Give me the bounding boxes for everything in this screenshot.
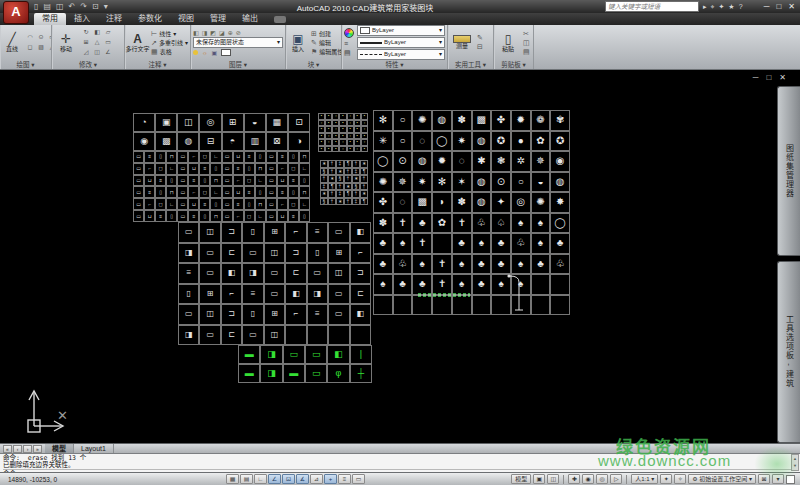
doc-minimize-button[interactable]: ─ bbox=[753, 73, 759, 82]
ribbon-options-icon[interactable] bbox=[274, 16, 286, 23]
layout-nav-3[interactable]: » bbox=[33, 445, 42, 453]
layer-on-icon[interactable]: ⊕ bbox=[228, 29, 233, 36]
save-icon[interactable]: ◫ bbox=[56, 1, 64, 12]
ribbon-tab-3[interactable]: 参数化 bbox=[130, 13, 170, 25]
ribbon-tab-4[interactable]: 视图 bbox=[170, 13, 202, 25]
workspace-switch-button[interactable]: ⚙ 初始设置工作空间 ▾ bbox=[688, 474, 756, 484]
lineweight-dropdown[interactable]: ByLayer ▾ bbox=[357, 37, 445, 48]
edit-block-button[interactable]: ✎ 编辑 bbox=[311, 39, 341, 47]
hatch-icon[interactable]: ▨ bbox=[36, 43, 46, 52]
open-file-icon[interactable]: ▤ bbox=[43, 1, 51, 12]
rectangle-icon[interactable]: ▭ bbox=[47, 33, 51, 42]
quick-select-icon[interactable]: ✎ bbox=[477, 34, 483, 42]
quick-view-layouts-icon[interactable]: ▣ bbox=[533, 474, 545, 484]
search-go-icon[interactable]: ▸ bbox=[703, 1, 707, 12]
layer-freeze-icon[interactable]: ◩ bbox=[210, 29, 216, 36]
qp-toggle-button[interactable]: ▭ bbox=[352, 474, 365, 484]
drawing-canvas[interactable]: ─□✕ ✕ ◔▣◫◎⊞◒▦⊡◉▩◍⊟◓▥⊠◑▭≡▯⊓▭⌐◻∟▭⊔≡▯▭≡▯⊓▭⌐… bbox=[0, 70, 800, 443]
draw-tools-grid[interactable]: ◠ ⊙ ▭ ◻ ▨ △ bbox=[25, 33, 51, 52]
explode-icon[interactable]: ◫ bbox=[92, 48, 102, 57]
snap-toggle-button[interactable]: ▦ bbox=[226, 474, 239, 484]
help-icon[interactable]: ? bbox=[739, 1, 743, 12]
new-file-icon[interactable]: ▯ bbox=[34, 1, 38, 12]
tab-model[interactable]: 模型 bbox=[45, 444, 74, 453]
measure-button[interactable]: 测量 bbox=[450, 35, 474, 50]
layout-nav-buttons[interactable]: «‹›» bbox=[0, 445, 45, 453]
trim-icon[interactable]: ◧ bbox=[92, 28, 102, 37]
restore-button[interactable]: □ bbox=[776, 1, 781, 12]
panel-utilities-label[interactable]: 实用工具 ▾ bbox=[448, 60, 493, 69]
match-properties-icon[interactable]: ▤ bbox=[523, 48, 530, 56]
multileader-button[interactable]: ↗ 多重引线 ▾ bbox=[151, 39, 188, 47]
copy-icon[interactable]: ▱ bbox=[103, 28, 113, 37]
grid-toggle-button[interactable]: ▤ bbox=[240, 474, 253, 484]
command-scrollbar[interactable]: ▲▼ bbox=[791, 454, 799, 471]
panel-layers-label[interactable]: 图层 ▾ bbox=[191, 60, 285, 69]
model-space-button[interactable]: 模型 bbox=[511, 474, 531, 484]
layout-nav-1[interactable]: ‹ bbox=[13, 445, 22, 453]
communication-center-icon[interactable]: ✦ bbox=[718, 1, 724, 12]
command-line[interactable]: 命令: _erase 找到 13 个 已删除填充边界关联性。 命令: bbox=[0, 453, 800, 472]
application-menu-button[interactable]: A bbox=[3, 1, 29, 24]
search-icon[interactable]: ⌖ bbox=[711, 1, 715, 12]
layer-properties-icon[interactable]: ◧ bbox=[193, 29, 199, 36]
redo-icon[interactable]: ↷ bbox=[80, 1, 87, 12]
close-button[interactable]: ✕ bbox=[788, 1, 795, 12]
cut-icon[interactable]: ✂ bbox=[523, 30, 530, 38]
qat-menu-icon[interactable]: ▾ bbox=[104, 1, 108, 12]
stretch-icon[interactable]: ▭ bbox=[103, 38, 113, 47]
minimize-button[interactable]: ─ bbox=[764, 1, 770, 12]
tab-layout1[interactable]: Layout1 bbox=[74, 444, 114, 453]
layer-lock-icon[interactable]: ⊘ bbox=[236, 29, 241, 36]
panel-block-label[interactable]: 块 ▾ bbox=[286, 60, 341, 69]
insert-block-button[interactable]: ▣ 插入 bbox=[288, 33, 308, 53]
plot-icon[interactable]: ⊡ bbox=[92, 1, 99, 12]
annotation-scale-button[interactable]: 人1:1 ▾ bbox=[631, 474, 658, 484]
ribbon-tab-0[interactable]: 常用 bbox=[34, 13, 66, 25]
toolbar-lock-icon[interactable]: ⊠ bbox=[758, 474, 770, 484]
edit-attributes-button[interactable]: ⚑ 编辑属性 ▾ bbox=[311, 48, 341, 56]
rotate-icon[interactable]: ↻ bbox=[81, 28, 91, 37]
erase-icon[interactable]: ∠ bbox=[103, 48, 113, 57]
color-dropdown[interactable]: ByLayer ▾ bbox=[357, 25, 445, 36]
arc-icon[interactable]: ◠ bbox=[25, 33, 35, 42]
linetype-icon[interactable]: ▤ bbox=[344, 49, 354, 57]
polygon-icon[interactable]: △ bbox=[47, 43, 51, 52]
doc-restore-button[interactable]: □ bbox=[766, 73, 771, 82]
autoscale-icon[interactable]: ✧ bbox=[674, 474, 686, 484]
ribbon-tab-1[interactable]: 插入 bbox=[66, 13, 98, 25]
ribbon-tab-2[interactable]: 注释 bbox=[98, 13, 130, 25]
ribbon-tab-6[interactable]: 输出 bbox=[234, 13, 266, 25]
linetype-dropdown[interactable]: ByLayer ▾ bbox=[357, 49, 445, 60]
layer-off-icon[interactable]: ◪ bbox=[219, 29, 225, 36]
layer-state-dropdown[interactable]: 未保存的图层状态 ▾ bbox=[193, 37, 283, 48]
search-input[interactable] bbox=[605, 1, 699, 12]
steeringwheel-icon[interactable]: ◎ bbox=[596, 474, 608, 484]
quick-calc-icon[interactable]: ⊟ bbox=[477, 43, 483, 51]
sun-icon[interactable]: ☼ bbox=[202, 50, 208, 56]
ducs-toggle-button[interactable]: ⊿ bbox=[310, 474, 323, 484]
color-wheel-icon[interactable] bbox=[344, 28, 354, 38]
lineweight-icon[interactable]: ≡ bbox=[344, 40, 354, 47]
dyn-toggle-button[interactable]: + bbox=[324, 474, 337, 484]
tool-palettes-tab[interactable]: 工具选项板 - 建筑 bbox=[777, 261, 800, 443]
polyline-icon[interactable]: ◻ bbox=[25, 43, 35, 52]
layer-isolate-icon[interactable]: ◨ bbox=[202, 29, 208, 36]
annotation-visibility-icon[interactable]: ✦ bbox=[660, 474, 672, 484]
osnap-toggle-button[interactable]: ⊡ bbox=[282, 474, 295, 484]
mirror-icon[interactable]: △ bbox=[92, 38, 102, 47]
panel-clipboard-label[interactable]: 剪贴板 ▾ bbox=[494, 60, 533, 69]
layer-color-swatch[interactable] bbox=[221, 49, 231, 56]
ribbon-tab-5[interactable]: 管理 bbox=[202, 13, 234, 25]
panel-draw-label[interactable]: 绘图 ▾ bbox=[0, 60, 51, 69]
undo-icon[interactable]: ↶ bbox=[69, 1, 76, 12]
doc-close-button[interactable]: ✕ bbox=[779, 73, 786, 82]
lock-icon[interactable]: ▣ bbox=[212, 49, 218, 56]
layout-nav-0[interactable]: « bbox=[3, 445, 12, 453]
ortho-toggle-button[interactable]: ∟ bbox=[254, 474, 267, 484]
pan-icon[interactable]: ✚ bbox=[568, 474, 580, 484]
copy-clip-icon[interactable]: ◫ bbox=[523, 39, 530, 47]
bulb-icon[interactable] bbox=[193, 50, 198, 55]
mtext-button[interactable]: A 多行文字 bbox=[127, 33, 148, 53]
status-menu-icon[interactable]: ▾ bbox=[772, 474, 784, 484]
